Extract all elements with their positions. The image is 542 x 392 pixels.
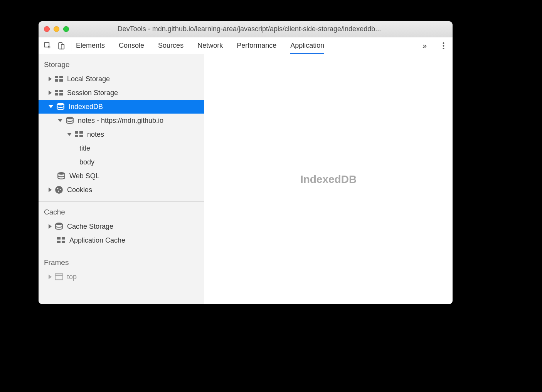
svg-point-21 bbox=[55, 186, 63, 194]
svg-rect-10 bbox=[55, 90, 58, 92]
tree-label: body bbox=[79, 158, 94, 166]
tree-websql[interactable]: Web SQL bbox=[39, 169, 204, 183]
expand-arrow-icon bbox=[49, 77, 52, 81]
svg-rect-11 bbox=[59, 90, 63, 92]
svg-point-4 bbox=[443, 45, 444, 47]
section-frames-header: Frames bbox=[39, 252, 204, 270]
grid-icon bbox=[57, 237, 66, 244]
devtools-window: DevTools - mdn.github.io/learning-area/j… bbox=[39, 21, 453, 304]
tree-label: Local Storage bbox=[67, 75, 110, 83]
tree-application-cache[interactable]: Application Cache bbox=[39, 233, 204, 247]
tree-label: IndexedDB bbox=[69, 103, 103, 111]
svg-rect-6 bbox=[55, 76, 58, 78]
tree-label: notes - https://mdn.github.io bbox=[78, 117, 163, 125]
svg-rect-29 bbox=[62, 241, 65, 243]
window-titlebar: DevTools - mdn.github.io/learning-area/j… bbox=[39, 21, 453, 37]
tree-label: Session Storage bbox=[67, 89, 118, 97]
tree-object-store[interactable]: notes bbox=[39, 127, 204, 141]
expand-arrow-icon bbox=[49, 224, 52, 229]
tree-local-storage[interactable]: Local Storage bbox=[39, 72, 204, 86]
tree-index-body[interactable]: body bbox=[39, 155, 204, 169]
svg-point-14 bbox=[57, 103, 64, 106]
tree-index-title[interactable]: title bbox=[39, 141, 204, 155]
svg-rect-30 bbox=[55, 274, 63, 280]
tab-application[interactable]: Application bbox=[290, 37, 324, 54]
svg-point-25 bbox=[56, 223, 62, 225]
tree-indexeddb-database[interactable]: notes - https://mdn.github.io bbox=[39, 114, 204, 127]
cookie-icon bbox=[55, 186, 63, 193]
svg-point-22 bbox=[57, 188, 58, 189]
tree-label: title bbox=[79, 144, 90, 152]
database-icon bbox=[66, 117, 74, 124]
svg-rect-9 bbox=[59, 79, 63, 82]
tabstrip-separator-2 bbox=[433, 41, 433, 51]
svg-rect-13 bbox=[59, 93, 63, 95]
tree-label: Application Cache bbox=[69, 236, 125, 245]
svg-rect-18 bbox=[75, 135, 78, 137]
section-cache-header: Cache bbox=[39, 202, 204, 219]
tabs-overflow-button[interactable]: » bbox=[419, 41, 431, 50]
kebab-icon bbox=[443, 42, 444, 50]
database-icon bbox=[55, 223, 63, 230]
svg-rect-19 bbox=[79, 135, 83, 137]
inspect-icon bbox=[44, 42, 52, 50]
tree-label: Cookies bbox=[67, 186, 92, 194]
database-icon bbox=[57, 173, 66, 179]
svg-rect-27 bbox=[62, 237, 65, 240]
grid-icon bbox=[55, 75, 63, 82]
tab-console[interactable]: Console bbox=[119, 37, 144, 54]
window-title: DevTools - mdn.github.io/learning-area/j… bbox=[51, 25, 447, 33]
tree-cookies[interactable]: Cookies bbox=[39, 183, 204, 197]
collapse-arrow-icon bbox=[58, 119, 62, 122]
svg-rect-7 bbox=[59, 76, 63, 78]
svg-rect-2 bbox=[61, 44, 64, 49]
inspect-element-button[interactable] bbox=[42, 40, 53, 51]
tab-performance[interactable]: Performance bbox=[237, 37, 276, 54]
expand-arrow-icon bbox=[49, 275, 52, 279]
svg-point-3 bbox=[443, 42, 444, 44]
section-storage-header: Storage bbox=[39, 54, 204, 72]
application-main-panel: IndexedDB bbox=[204, 54, 453, 304]
tree-indexeddb[interactable]: IndexedDB bbox=[39, 100, 204, 114]
svg-point-24 bbox=[58, 191, 59, 192]
collapse-arrow-icon bbox=[49, 105, 53, 108]
tabstrip-separator bbox=[71, 41, 71, 51]
tree-label: top bbox=[67, 273, 77, 281]
tree-label: Web SQL bbox=[69, 172, 99, 180]
devtools-body: Storage Local Storage Session Storage bbox=[39, 54, 453, 304]
tab-sources[interactable]: Sources bbox=[158, 37, 183, 54]
main-placeholder-text: IndexedDB bbox=[300, 173, 357, 186]
svg-rect-17 bbox=[79, 131, 83, 134]
frame-icon bbox=[55, 273, 63, 280]
svg-rect-28 bbox=[57, 241, 61, 243]
tree-frame-top[interactable]: top bbox=[39, 270, 204, 284]
devtools-tabstrip: Elements Console Sources Network Perform… bbox=[39, 37, 453, 54]
grid-icon bbox=[75, 131, 83, 138]
expand-arrow-icon bbox=[49, 90, 52, 95]
tab-network[interactable]: Network bbox=[197, 37, 223, 54]
tree-session-storage[interactable]: Session Storage bbox=[39, 86, 204, 100]
tab-elements[interactable]: Elements bbox=[76, 37, 105, 54]
svg-rect-8 bbox=[55, 79, 58, 82]
svg-point-15 bbox=[66, 117, 73, 119]
svg-point-5 bbox=[443, 48, 444, 49]
svg-point-20 bbox=[58, 172, 65, 175]
device-toolbar-button[interactable] bbox=[56, 40, 66, 51]
tree-cache-storage[interactable]: Cache Storage bbox=[39, 219, 204, 233]
collapse-arrow-icon bbox=[67, 133, 72, 136]
application-sidebar: Storage Local Storage Session Storage bbox=[39, 54, 204, 304]
svg-rect-26 bbox=[57, 237, 61, 240]
close-window-button[interactable] bbox=[44, 26, 50, 32]
svg-point-23 bbox=[60, 189, 61, 190]
database-icon bbox=[56, 103, 65, 110]
device-icon bbox=[57, 42, 65, 50]
svg-rect-16 bbox=[75, 131, 78, 134]
devtools-menu-button[interactable] bbox=[438, 42, 449, 50]
tree-label: notes bbox=[87, 131, 104, 139]
tree-label: Cache Storage bbox=[67, 223, 113, 231]
expand-arrow-icon bbox=[49, 188, 52, 192]
svg-rect-12 bbox=[55, 93, 58, 95]
devtools-tabs: Elements Console Sources Network Perform… bbox=[76, 37, 419, 54]
grid-icon bbox=[55, 89, 63, 96]
